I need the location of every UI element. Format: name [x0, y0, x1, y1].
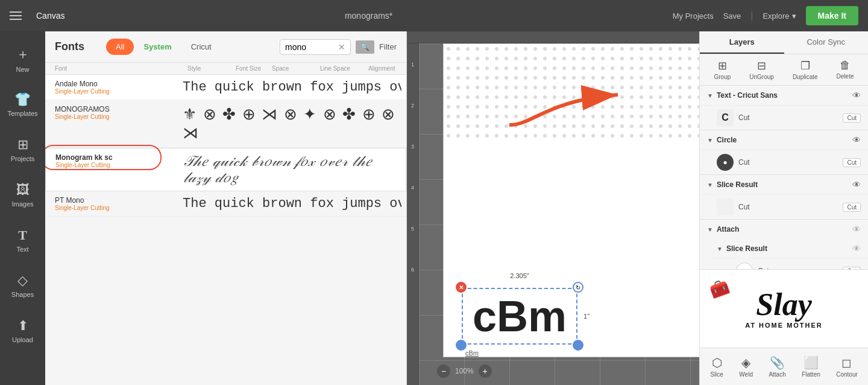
- canvas-area[interactable]: 1 2 3 4 5 6: [407, 31, 699, 385]
- search-area: ✕ 🔍 Filter: [280, 39, 397, 55]
- font-type-pt-mono: Single-Layer Cutting: [55, 205, 168, 211]
- sidebar-item-new[interactable]: ＋ New: [0, 36, 45, 81]
- font-panel: Fonts All System Cricut ✕ 🔍 Filter Font …: [45, 31, 407, 385]
- layer-cut-badge-text: Cut: [843, 113, 861, 122]
- layer-thumbnail-attach-slice1: [736, 262, 753, 269]
- chevron-slice: ▼: [707, 182, 713, 188]
- col-font: Font: [55, 65, 187, 72]
- layer-header-attach[interactable]: ▼ Attach 👁: [700, 220, 868, 239]
- font-row-monogram-kk[interactable]: Monogram kk sc Single-Layer Cutting 𝒯𝒽𝑒 …: [45, 148, 406, 191]
- sidebar-item-label: Projects: [11, 155, 35, 162]
- bottom-tool-attach[interactable]: 📎 Attach: [764, 353, 790, 380]
- sidebar-item-label: Shapes: [11, 291, 34, 298]
- save-button[interactable]: Save: [723, 11, 741, 21]
- slice-icon: ⬡: [712, 355, 722, 370]
- handle-rotate[interactable]: ↻: [573, 282, 583, 293]
- layer-title-text: Text - Cricut Sans: [717, 91, 849, 100]
- watermark-icon: 🧰: [707, 276, 732, 301]
- font-type-monogram-kk: Single-Layer Cutting: [55, 162, 169, 168]
- layer-item-name-text: Cut: [738, 113, 838, 122]
- make-it-button[interactable]: Make It: [806, 6, 858, 25]
- font-row-pt-mono[interactable]: PT Mono Single-Layer Cutting The quick b…: [45, 191, 406, 217]
- font-name-monogramos: MONOGRAMOS: [55, 105, 168, 113]
- group-icon: ⊞: [718, 59, 727, 72]
- sidebar-item-images[interactable]: 🖼 Images: [0, 172, 45, 217]
- search-button[interactable]: 🔍: [356, 40, 374, 54]
- layer-thumbnail-circle: ●: [717, 154, 734, 171]
- duplicate-icon: ❐: [800, 59, 810, 72]
- hamburger-menu[interactable]: [10, 11, 22, 20]
- tab-all[interactable]: All: [106, 39, 134, 55]
- my-projects-button[interactable]: My Projects: [673, 11, 714, 21]
- bottom-tool-weld[interactable]: ◈ Weld: [734, 353, 758, 380]
- font-info-andale: Andale Mono Single-Layer Cutting: [45, 75, 178, 100]
- layer-item-slice-cut[interactable]: Cut Cut: [700, 194, 868, 219]
- eye-icon-slice[interactable]: 👁: [852, 180, 861, 189]
- layer-item-name-attach-slice1: Cut: [758, 267, 838, 269]
- font-name-monogram-kk: Monogram kk sc: [55, 153, 169, 162]
- bottom-toolbar: ⬡ Slice ◈ Weld 📎 Attach ⬜ Flatten ◻ Cont…: [700, 348, 868, 385]
- font-info-monogramos: MONOGRAMOS Single-Layer Cutting: [45, 100, 178, 147]
- tab-layers[interactable]: Layers: [700, 31, 784, 54]
- layer-header-text[interactable]: ▼ Text - Cricut Sans 👁: [700, 86, 868, 105]
- sidebar-item-projects[interactable]: ⊞ Projects: [0, 127, 45, 172]
- tab-cricut[interactable]: Cricut: [181, 39, 221, 55]
- toolbar-group[interactable]: ⊞ Group: [714, 59, 731, 80]
- layer-item-attach-slice1[interactable]: Cut Cut: [709, 258, 868, 269]
- bottom-tool-slice[interactable]: ⬡ Slice: [705, 353, 728, 380]
- chevron-circle: ▼: [707, 137, 713, 144]
- bottom-tool-flatten[interactable]: ⬜ Flatten: [797, 353, 825, 380]
- handle-br[interactable]: [573, 340, 583, 351]
- sidebar-item-label: Upload: [12, 336, 33, 343]
- canvas-text-group[interactable]: 2.305" 1" cBm ✕ ↻: [462, 288, 577, 345]
- topbar-right: My Projects Save | Explore ▾ Make It: [673, 6, 858, 25]
- toolbar-duplicate[interactable]: ❐ Duplicate: [793, 59, 818, 80]
- layer-item-circle-cut[interactable]: ● Cut Cut: [700, 150, 868, 174]
- layer-group-attach: ▼ Attach 👁 ▼ Slice Result 👁 Cut Cut: [700, 220, 868, 269]
- handle-delete[interactable]: ✕: [456, 282, 467, 293]
- tab-system[interactable]: System: [134, 39, 181, 55]
- zoom-out-button[interactable]: −: [437, 364, 450, 378]
- filter-label[interactable]: Filter: [379, 42, 397, 51]
- sidebar-item-text[interactable]: T Text: [0, 217, 45, 262]
- search-input[interactable]: [285, 42, 333, 52]
- contour-icon: ◻: [841, 355, 852, 370]
- layer-item-name-slice: Cut: [738, 203, 838, 211]
- sidebar-item-templates[interactable]: 👕 Templates: [0, 81, 45, 127]
- bottom-tool-contour[interactable]: ◻ Contour: [831, 353, 863, 380]
- layer-item-name-circle: Cut: [738, 158, 838, 167]
- font-preview-monogram-kk: 𝒯𝒽𝑒 𝓆𝓊𝒾𝒸𝓀 𝒷𝓇𝑜𝓌𝓃 𝒻𝑜𝓍 𝑜𝓋𝑒𝓇 𝓉𝒽𝑒 𝓁𝒶𝓏𝓎 𝒹𝑜𝑔: [178, 148, 406, 191]
- text-selection-box[interactable]: cBm: [462, 288, 577, 345]
- layer-title-slice: Slice Result: [717, 180, 849, 189]
- toolbar-delete[interactable]: 🗑 Delete: [837, 59, 854, 80]
- zoom-in-button[interactable]: +: [479, 364, 492, 378]
- layer-header-circle[interactable]: ▼ Circle 👁: [700, 130, 868, 150]
- font-row-monogramos[interactable]: MONOGRAMOS Single-Layer Cutting ⚜ ⊗ ✤ ⊕ …: [45, 100, 406, 148]
- explore-button[interactable]: Explore ▾: [763, 11, 796, 21]
- layer-header-attach-slice1[interactable]: ▼ Slice Result 👁: [709, 239, 868, 258]
- sidebar-item-upload[interactable]: ⬆ Upload: [0, 308, 45, 353]
- col-size: Font Size: [236, 65, 272, 72]
- font-row-andale[interactable]: Andale Mono Single-Layer Cutting The qui…: [45, 75, 406, 100]
- tab-color-sync[interactable]: Color Sync: [784, 31, 869, 54]
- shapes-icon: ◇: [17, 273, 28, 288]
- layer-thumbnail-slice: [717, 199, 734, 215]
- sidebar-item-shapes[interactable]: ◇ Shapes: [0, 262, 45, 308]
- main-layout: ＋ New 👕 Templates ⊞ Projects 🖼 Images T …: [0, 31, 868, 385]
- canvas-white-area: 2.305" 1" cBm ✕ ↻: [443, 43, 699, 357]
- layer-header-slice[interactable]: ▼ Slice Result 👁: [700, 175, 868, 194]
- toolbar-ungroup[interactable]: ⊟ UnGroup: [749, 59, 774, 80]
- eye-icon-circle[interactable]: 👁: [852, 135, 861, 145]
- zoom-controls: − 100% +: [437, 364, 492, 378]
- right-panel: Layers Color Sync ⊞ Group ⊟ UnGroup ❐ Du…: [699, 31, 868, 385]
- weld-label: Weld: [739, 371, 753, 378]
- ruler-left: 1 2 3 4 5 6: [407, 43, 419, 385]
- canvas-main[interactable]: 2.305" 1" cBm ✕ ↻: [419, 43, 699, 385]
- toolbar-duplicate-label: Duplicate: [793, 74, 818, 80]
- ungroup-icon: ⊟: [757, 59, 766, 72]
- search-clear-icon[interactable]: ✕: [338, 42, 345, 52]
- layer-item-text-cut[interactable]: C Cut Cut: [700, 105, 868, 130]
- font-preview-andale: The quick brown fox jumps over the lazy …: [178, 75, 406, 100]
- eye-icon-text[interactable]: 👁: [852, 91, 861, 100]
- eye-icon-attach[interactable]: 👁: [852, 224, 861, 234]
